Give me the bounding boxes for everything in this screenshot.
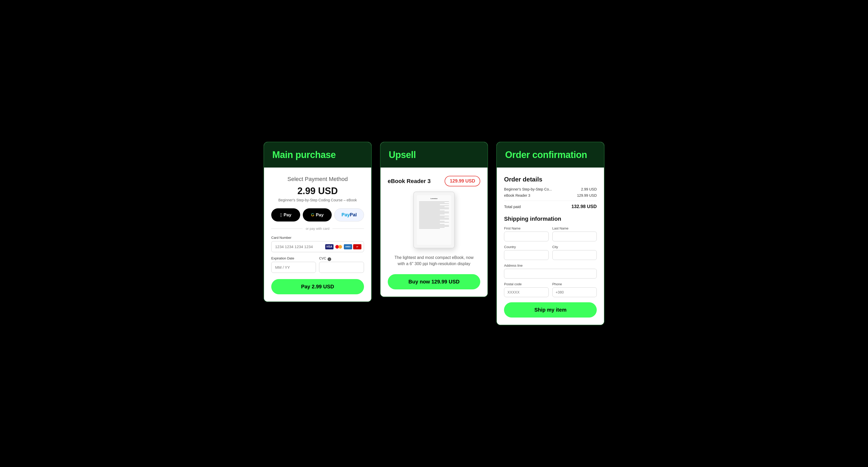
ebook-line (419, 218, 449, 219)
ebook-line (419, 225, 449, 226)
shipping-title: Shipping information (504, 215, 597, 222)
phone-input[interactable] (552, 287, 597, 297)
order-total-price: 132.98 USD (571, 204, 597, 209)
apple-icon:  (280, 212, 282, 218)
upsell-body: eBook Reader 3 129.99 USD Loremius (380, 168, 488, 297)
ebook-line (419, 217, 444, 218)
order-divider (504, 201, 597, 201)
ebook-line (419, 209, 449, 209)
ebook-screen: Loremius (417, 195, 451, 245)
ebook-line (419, 206, 444, 207)
city-field: City (552, 245, 597, 260)
country-input[interactable] (504, 250, 549, 260)
ebook-title: Loremius (419, 198, 449, 199)
cvc-group: CVC i (319, 256, 364, 273)
visa-icon: VISA (325, 244, 334, 249)
divider-text: or pay with card (306, 227, 330, 231)
select-payment-label: Select Payment Method (271, 176, 364, 182)
order-item-2: eBook Reader 3 129.99 USD (504, 193, 597, 198)
cvc-label: CVC (319, 256, 326, 260)
ebook-line (419, 203, 449, 204)
ebook-line (419, 226, 449, 227)
order-item-1-price: 2.99 USD (581, 187, 597, 191)
ship-button[interactable]: Ship my item (504, 302, 597, 318)
ebook-device: Loremius (413, 192, 455, 248)
expiry-label: Expiration Date (271, 256, 316, 260)
address-field: Address line (504, 264, 597, 278)
ebook-line (419, 227, 444, 228)
ebook-line (419, 201, 449, 202)
last-name-input[interactable] (552, 232, 597, 241)
card-icons-row: VISA AMEX UP (325, 244, 362, 249)
card-divider: or pay with card (271, 227, 364, 231)
google-pay-button[interactable]: G Pay (303, 208, 332, 222)
country-field: Country (504, 245, 549, 260)
country-city-row: Country City (504, 245, 597, 260)
gpay-label: Pay (316, 212, 323, 218)
main-purchase-header: Main purchase (264, 142, 371, 168)
order-total-row: Total paid 132.98 USD (504, 204, 597, 209)
order-confirmation-title: Order confirmation (505, 149, 596, 160)
paypal-button[interactable]: PayPal (334, 208, 364, 222)
ebook-content-lines (419, 201, 449, 229)
pay-now-button[interactable]: Pay 2.99 USD (271, 279, 364, 294)
ebook-line (419, 222, 449, 223)
ebook-line (419, 215, 440, 215)
google-g-icon: G (311, 213, 314, 218)
order-confirmation-body: Order details Beginner's Step-by-Step Co… (497, 168, 604, 325)
paypal-label: PayPal (342, 212, 357, 218)
ebook-line (419, 223, 440, 224)
phone-field: Phone (552, 282, 597, 297)
card-number-label: Card Number (271, 236, 364, 240)
main-price: 2.99 USD (271, 186, 364, 196)
ebook-line (419, 221, 444, 222)
ebook-line (419, 220, 440, 221)
upsell-title: Upsell (389, 149, 479, 160)
first-name-field: First Name (504, 226, 549, 241)
upsell-panel: Upsell eBook Reader 3 129.99 USD Loremiu… (380, 142, 488, 297)
upsell-price-badge: 129.99 USD (444, 176, 480, 187)
postal-phone-row: Postal code Phone (504, 282, 597, 297)
order-item-1: Beginner's Step-by-Step Co... 2.99 USD (504, 187, 597, 191)
ebook-line (419, 204, 440, 205)
cvc-info-icon[interactable]: i (328, 257, 331, 261)
first-name-input[interactable] (504, 232, 549, 241)
ebook-line (419, 212, 449, 212)
postal-input[interactable] (504, 287, 549, 297)
main-purchase-body: Select Payment Method 2.99 USD Beginner'… (264, 168, 371, 302)
address-label: Address line (504, 264, 597, 267)
upsell-product-name: eBook Reader 3 (388, 178, 431, 185)
shipping-form: First Name Last Name Country City (504, 226, 597, 297)
order-details-title: Order details (504, 176, 597, 183)
ebook-line (419, 224, 444, 225)
upsell-description: The lightest and most compact eBook, now… (388, 255, 480, 267)
ebook-line (419, 211, 444, 211)
apple-pay-button[interactable]:  Pay (271, 208, 300, 222)
panels-container: Main purchase Select Payment Method 2.99… (264, 142, 604, 325)
upsell-top-row: eBook Reader 3 129.99 USD (388, 176, 480, 187)
main-purchase-title: Main purchase (272, 149, 363, 160)
apple-pay-label: Pay (284, 212, 291, 218)
ebook-line (419, 207, 449, 208)
ebook-line (419, 210, 440, 210)
city-label: City (552, 245, 597, 249)
unionpay-icon: UP (353, 244, 362, 249)
city-input[interactable] (552, 250, 597, 260)
expiry-cvc-row: Expiration Date CVC i (271, 256, 364, 277)
card-number-group: Card Number VISA AMEX UP (271, 236, 364, 252)
cvc-input[interactable] (319, 262, 364, 273)
amex-icon: AMEX (344, 244, 352, 249)
main-product-name: Beginner's Step-by-Step Coding Course – … (271, 198, 364, 202)
postal-label: Postal code (504, 282, 549, 286)
phone-label: Phone (552, 282, 597, 286)
name-row: First Name Last Name (504, 226, 597, 241)
last-name-label: Last Name (552, 226, 597, 230)
order-item-2-name: eBook Reader 3 (504, 193, 530, 198)
order-confirmation-header: Order confirmation (497, 142, 604, 168)
first-name-label: First Name (504, 226, 549, 230)
ebook-line (419, 216, 449, 216)
expiry-input[interactable] (271, 262, 316, 273)
buy-now-button[interactable]: Buy now 129.99 USD (388, 274, 480, 289)
ebook-line (419, 214, 444, 214)
address-input[interactable] (504, 269, 597, 278)
